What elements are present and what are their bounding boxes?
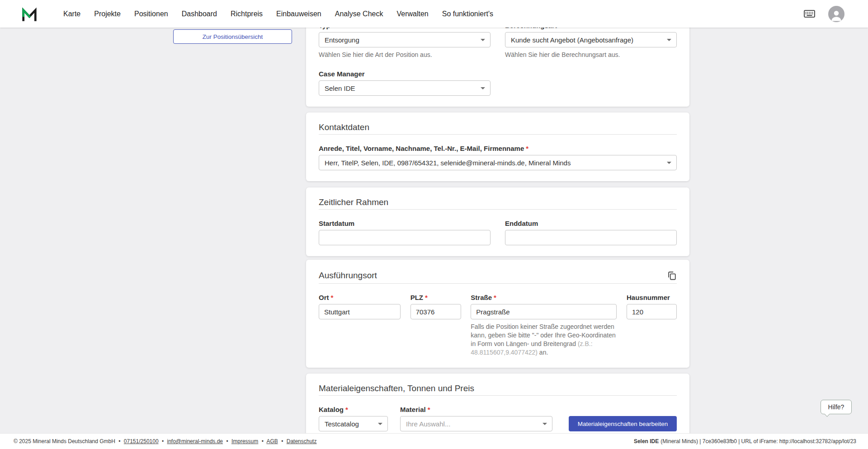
separator: • [226,438,228,444]
required-marker: * [332,28,335,29]
user-avatar-button[interactable] [828,6,844,22]
material-select[interactable]: Ihre Auswahl... [400,416,552,431]
top-navigation: Karte Projekte Positionen Dashboard Rich… [0,0,868,28]
nav-item-projekte[interactable]: Projekte [94,10,121,18]
chevron-down-icon [378,423,382,425]
session-details: (Mineral Minds) | 7ce360e83fb0 | URL of … [660,438,856,444]
strasse-input[interactable] [471,304,617,319]
kontakt-select-value: Herr, TitelP, Selen, IDE, 0987/654321, s… [325,159,571,167]
footer: © 2025 Mineral Minds Deutschland GmbH • … [0,433,868,449]
help-button[interactable]: Hilfe? [821,400,852,414]
footer-link-impressum[interactable]: Impressum [231,438,258,444]
case-manager-label: Case Manager [319,70,491,78]
nav-item-dashboard[interactable]: Dashboard [182,10,217,18]
kontakt-select[interactable]: Herr, TitelP, Selen, IDE, 0987/654321, s… [319,155,677,170]
mineral-minds-logo-icon [21,5,38,23]
berechnungsart-label-text: Berechnungsart [505,28,557,29]
user-avatar-icon [830,9,843,22]
nav-item-analyse-check[interactable]: Analyse Check [335,10,383,18]
ort-label: Ort * [319,294,401,301]
typ-helper-text: Wählen Sie hier die Art der Position aus… [319,51,491,59]
copy-icon [667,271,677,281]
berechnungsart-select-value: Kunde sucht Angebot (Angebotsanfrage) [511,36,633,44]
chevron-down-icon [481,87,485,89]
typ-label: Typ * [319,28,491,29]
nav-item-positionen[interactable]: Positionen [134,10,168,18]
strasse-label-text: Straße [471,294,492,301]
brand-logo[interactable] [20,5,38,23]
kontakt-label: Anrede, Titel, Vorname, Nachname, Tel.-N… [319,145,677,152]
required-marker: * [331,294,334,301]
ausfuehrungsort-title: Ausführungsort [319,271,377,280]
typ-select-value: Entsorgung [325,36,359,44]
keyboard-icon [803,8,816,20]
ort-label-text: Ort [319,294,329,301]
katalog-label: Katalog * [319,406,388,413]
nav-item-richtpreis[interactable]: Richtpreis [231,10,263,18]
hausnummer-label-text: Hausnummer [627,294,670,301]
card-ausfuehrungsort: Ausführungsort Ort * PLZ * [306,260,689,368]
kontaktdaten-title: Kontaktdaten [319,123,677,131]
kontakt-label-text: Anrede, Titel, Vorname, Nachname, Tel.-N… [319,145,524,152]
session-user: Selen IDE [634,438,659,444]
strasse-helper-text: Falls die Position keiner Straße zugeord… [471,323,617,357]
separator: • [262,438,264,444]
ort-input[interactable] [319,304,401,319]
strasse-helper-main: Falls die Position keiner Straße zugeord… [471,323,615,347]
required-marker: * [559,28,561,29]
back-to-positions-button[interactable]: Zur Positionsübersicht [173,29,292,44]
nav-item-karte[interactable]: Karte [63,10,80,18]
hausnummer-input[interactable] [627,304,677,319]
plz-label-text: PLZ [410,294,423,301]
copy-location-button[interactable] [667,271,677,281]
chevron-down-icon [667,39,671,41]
katalog-select[interactable]: Testcatalog [319,416,388,431]
berechnungsart-label: Berechnungsart * [505,28,677,29]
nav-item-einbauweisen[interactable]: Einbauweisen [276,10,321,18]
footer-link-agb[interactable]: AGB [267,438,278,444]
material-label-text: Material [400,406,426,413]
enddatum-label-text: Enddatum [505,220,538,227]
startdatum-label: Startdatum [319,220,491,227]
plz-label: PLZ * [410,294,461,301]
separator: • [118,438,120,444]
nav-item-verwalten[interactable]: Verwalten [396,10,428,18]
typ-label-text: Typ [319,28,330,29]
enddatum-input[interactable] [505,230,677,245]
material-label: Material * [400,406,552,413]
footer-link-email[interactable]: info@mineral-minds.de [167,438,223,444]
nav-item-so-funktionierts[interactable]: So funktioniert's [442,10,493,18]
card-kontaktdaten: Kontaktdaten Anrede, Titel, Vorname, Nac… [306,112,689,181]
footer-link-phone[interactable]: 07151/250100 [124,438,159,444]
hausnummer-label: Hausnummer [627,294,677,301]
zeitlicher-rahmen-title: Zeitlicher Rahmen [319,198,677,206]
edit-material-properties-button[interactable]: Materialeigenschaften bearbeiten [569,416,677,431]
materialeigenschaften-title: Materialeigenschaften, Tonnen und Preis [319,384,677,393]
case-manager-select-value: Selen IDE [325,84,355,92]
footer-session-info: Selen IDE(Mineral Minds) | 7ce360e83fb0 … [634,438,856,444]
divider [319,209,677,210]
case-manager-select[interactable]: Selen IDE [319,80,491,96]
main-content: Zur Positionsübersicht Typ * Entsorgung … [0,28,868,433]
footer-link-datenschutz[interactable]: Datenschutz [287,438,317,444]
main-nav: Karte Projekte Positionen Dashboard Rich… [63,10,493,18]
required-marker: * [428,406,430,413]
copyright-text: © 2025 Mineral Minds Deutschland GmbH [14,438,115,444]
typ-select[interactable]: Entsorgung [319,32,491,47]
plz-input[interactable] [410,304,461,319]
startdatum-input[interactable] [319,230,491,245]
keyboard-button[interactable] [803,8,816,20]
berechnungsart-select[interactable]: Kunde sucht Angebot (Angebotsanfrage) [505,32,677,47]
separator: • [281,438,283,444]
divider [319,395,677,396]
divider [319,134,677,135]
berechnungsart-helper-text: Wählen Sie hier die Berechnungsart aus. [505,51,677,59]
separator: • [162,438,164,444]
required-marker: * [494,294,496,301]
katalog-select-value: Testcatalog [325,420,359,428]
chevron-down-icon [667,162,671,164]
case-manager-label-text: Case Manager [319,70,365,78]
chevron-down-icon [542,423,547,425]
required-marker: * [425,294,428,301]
chevron-down-icon [481,39,485,41]
